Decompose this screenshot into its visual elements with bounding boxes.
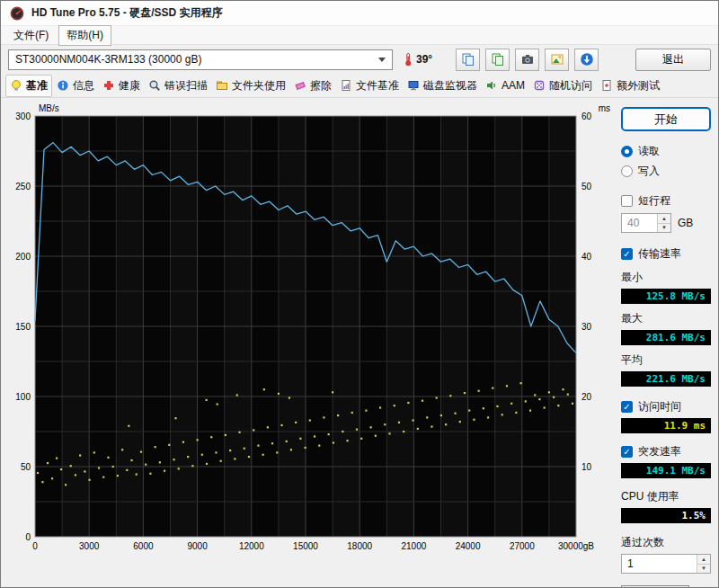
tab-erase[interactable]: 擦除 <box>290 76 335 96</box>
svg-text:ms: ms <box>599 103 610 113</box>
cpu-usage-label: CPU 使用率 <box>621 489 716 504</box>
benchmark-chart: MB/sms3002502001501005006050403020100300… <box>6 102 616 566</box>
app-icon <box>10 6 24 21</box>
health-icon <box>102 79 115 92</box>
short-stroke-spinner[interactable]: ▲▼ <box>657 214 670 232</box>
svg-text:3000: 3000 <box>79 541 100 551</box>
tab-random-access[interactable]: 随机访问 <box>529 76 596 96</box>
drive-selector[interactable]: ST30000NM004K-3RM133 (30000 gB) <box>8 49 393 70</box>
svg-text:15000: 15000 <box>293 541 318 551</box>
transfer-rate-checkbox[interactable]: ✓ 传输速率 <box>621 246 716 262</box>
svg-text:0: 0 <box>32 541 38 551</box>
folder-icon <box>216 79 228 92</box>
tab-info-label: 信息 <box>73 78 94 94</box>
tab-file-benchmark[interactable]: 文件基准 <box>336 76 403 96</box>
radio-unselected-icon <box>621 165 633 177</box>
read-radio-label: 读取 <box>638 144 660 159</box>
camera-icon <box>520 52 535 67</box>
short-stroke-checkbox[interactable]: 短行程 <box>621 193 716 209</box>
export-button[interactable] <box>574 49 599 71</box>
svg-text:27000: 27000 <box>510 541 535 551</box>
burst-rate-value: 149.1 MB/s <box>621 463 711 478</box>
spin-down-icon[interactable]: ▼ <box>658 224 670 233</box>
svg-text:20: 20 <box>581 392 592 402</box>
temperature-value: 39° <box>416 53 432 66</box>
access-time-label: 访问时间 <box>638 399 681 414</box>
copy-info-button[interactable] <box>456 49 480 71</box>
write-radio[interactable]: 写入 <box>621 164 716 179</box>
scan-icon <box>148 79 161 92</box>
tab-disk-monitor[interactable]: 磁盘监视器 <box>404 76 481 96</box>
window-title: HD Tune Pro 5.75 - 硬盘/SSD 实用程序 <box>31 5 222 21</box>
max-value: 281.6 MB/s <box>621 330 711 345</box>
drive-selector-value: ST30000NM004K-3RM133 (30000 gB) <box>15 53 201 66</box>
svg-text:30000gB: 30000gB <box>558 541 594 551</box>
exit-button[interactable]: 退出 <box>635 49 711 71</box>
read-radio[interactable]: 读取 <box>621 144 716 159</box>
tab-erase-label: 擦除 <box>310 78 332 94</box>
tab-extra-tests-label: 额外测试 <box>617 78 660 94</box>
svg-text:60: 60 <box>581 111 592 121</box>
spin-up-icon[interactable]: ▲ <box>697 555 710 565</box>
screenshot-button[interactable] <box>515 49 539 71</box>
tab-health[interactable]: 健康 <box>99 76 144 96</box>
tab-error-scan[interactable]: 错误扫描 <box>145 76 211 96</box>
avg-label: 平均 <box>621 352 716 368</box>
svg-text:300: 300 <box>15 111 31 121</box>
radio-selected-icon <box>621 146 633 157</box>
checkbox-checked-icon: ✓ <box>621 248 633 260</box>
svg-text:100: 100 <box>15 392 31 402</box>
tab-info[interactable]: 信息 <box>53 76 98 96</box>
min-label: 最小 <box>621 270 716 285</box>
avg-stat: 平均 221.6 MB/s <box>621 352 716 387</box>
copy-pages-icon <box>461 52 475 67</box>
max-stat: 最大 281.6 MB/s <box>621 311 716 345</box>
pass-count-input[interactable]: 1 ▲▼ <box>621 554 711 574</box>
spin-down-icon[interactable]: ▼ <box>697 565 710 574</box>
tab-file-benchmark-label: 文件基准 <box>356 78 399 94</box>
app-window: HD Tune Pro 5.75 - 硬盘/SSD 实用程序 文件(F) 帮助(… <box>0 0 719 588</box>
tab-benchmark-label: 基准 <box>26 78 48 94</box>
svg-text:18000: 18000 <box>347 541 372 551</box>
svg-text:12000: 12000 <box>239 541 264 551</box>
short-stroke-input[interactable]: 40 ▲▼ <box>621 213 671 233</box>
copy-image-button[interactable] <box>485 49 510 71</box>
benchmark-icon <box>10 79 22 92</box>
svg-text:0: 0 <box>25 532 31 542</box>
transfer-rate-label: 传输速率 <box>638 246 681 262</box>
spin-up-icon[interactable]: ▲ <box>658 214 670 224</box>
menu-bar: 文件(F) 帮助(H) <box>1 26 718 45</box>
pass-count-label: 通过次数 <box>621 535 716 550</box>
burst-rate-checkbox[interactable]: ✓ 突发速率 <box>621 444 716 459</box>
picture-icon <box>550 52 564 67</box>
min-stat: 最小 125.8 MB/s <box>621 270 716 304</box>
svg-text:40: 40 <box>581 252 592 262</box>
toolbar: ST30000NM004K-3RM133 (30000 gB) 39° <box>1 45 718 74</box>
tab-error-scan-label: 错误扫描 <box>164 78 208 94</box>
thermometer-icon <box>402 52 414 67</box>
tab-folder-usage[interactable]: 文件夹使用 <box>212 76 289 96</box>
save-image-button[interactable] <box>545 49 569 71</box>
access-time-checkbox[interactable]: ✓ 访问时间 <box>621 399 716 414</box>
info-icon <box>57 79 69 92</box>
tab-aam[interactable]: AAM <box>482 76 528 94</box>
tab-disk-monitor-label: 磁盘监视器 <box>423 78 477 94</box>
tab-extra-tests[interactable]: 额外测试 <box>597 76 663 96</box>
menu-help[interactable]: 帮助(H) <box>58 25 111 46</box>
svg-text:250: 250 <box>15 182 31 192</box>
avg-value: 221.6 MB/s <box>621 371 711 387</box>
short-stroke-label: 短行程 <box>638 193 670 209</box>
access-time-value: 11.9 ms <box>621 418 711 433</box>
burst-rate-label: 突发速率 <box>638 444 681 459</box>
svg-text:150: 150 <box>15 322 31 332</box>
tab-benchmark[interactable]: 基准 <box>5 75 52 97</box>
tab-folder-usage-label: 文件夹使用 <box>232 78 286 94</box>
menu-file[interactable]: 文件(F) <box>6 26 56 45</box>
checkbox-checked-icon: ✓ <box>621 401 633 413</box>
pass-count-spinner[interactable]: ▲▼ <box>697 555 710 573</box>
pass-count-value: 1 <box>622 555 697 573</box>
tab-health-label: 健康 <box>119 78 140 94</box>
gb-label: GB <box>678 217 693 229</box>
svg-text:10: 10 <box>581 462 592 472</box>
start-button[interactable]: 开始 <box>621 107 711 131</box>
